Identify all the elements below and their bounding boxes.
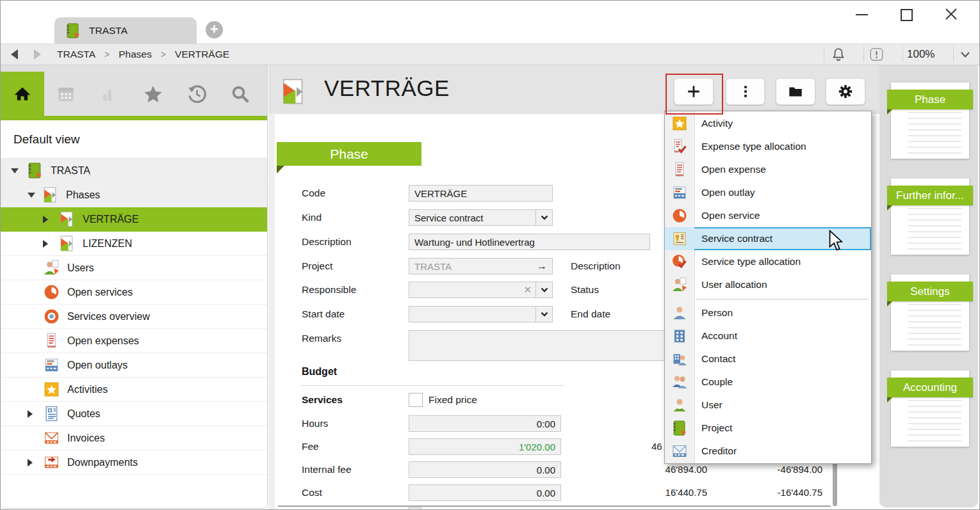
menu-item-project[interactable]: Project — [665, 417, 871, 440]
zoom-level[interactable]: 100% — [907, 48, 942, 61]
chevron-collapsed-icon[interactable] — [43, 240, 52, 248]
start-date-dropdown-button[interactable] — [535, 307, 552, 322]
budget-fee-field[interactable]: 1'020.00 — [409, 438, 561, 455]
tree-item-lizenzen[interactable]: LIZENZEN — [1, 232, 267, 256]
kind-dropdown-button[interactable] — [535, 210, 552, 225]
open-folder-button[interactable] — [776, 78, 815, 105]
menu-item-open-service[interactable]: Open service — [665, 204, 871, 227]
kind-value: Service contract — [414, 212, 484, 223]
preview-card-further-infor[interactable]: Further infor... — [879, 179, 978, 255]
tree-item-invoices[interactable]: Invoices — [1, 426, 267, 450]
nav-tab-history[interactable] — [175, 72, 218, 116]
receipt-icon — [671, 161, 688, 178]
fixed-price-checkbox[interactable] — [409, 393, 423, 407]
user-icon — [671, 397, 688, 413]
maximize-button[interactable] — [901, 9, 913, 21]
bell-icon[interactable] — [831, 47, 846, 62]
tree-item-open-expenses[interactable]: Open expenses — [1, 329, 267, 353]
tree-item-activities[interactable]: Activities — [1, 378, 267, 402]
menu-item-activity[interactable]: Activity — [665, 112, 871, 135]
budget-actual-value: 16'440.75 — [611, 487, 707, 498]
menu-item-person[interactable]: Person — [665, 301, 871, 324]
search-icon — [230, 84, 250, 104]
preview-card-settings[interactable]: Settings — [879, 275, 978, 351]
description-field[interactable]: Wartung- und Hotlinevertrag — [409, 234, 650, 250]
code-field[interactable]: VERTRÄGE — [409, 185, 553, 202]
tree-item-quotes[interactable]: Quotes — [1, 402, 267, 426]
menu-item-service-type-allocation[interactable]: Service type allocation — [665, 250, 871, 273]
chevron-collapsed-icon[interactable] — [28, 410, 37, 418]
tree-item-open-services[interactable]: Open services — [1, 280, 267, 305]
navigate-arrow-icon[interactable]: → — [537, 260, 547, 272]
remarks-field[interactable] — [409, 330, 667, 361]
end-date-label: End date — [571, 308, 610, 320]
person-icon — [671, 305, 688, 321]
responsible-dropdown-button[interactable] — [535, 282, 552, 298]
preview-card-fold — [887, 205, 892, 211]
chevron-collapsed-icon[interactable] — [43, 216, 52, 223]
tree-item-services-overview[interactable]: Services overview — [1, 305, 267, 329]
new-tab-button[interactable]: + — [206, 21, 223, 38]
menu-item-user-allocation[interactable]: User allocation — [665, 273, 871, 296]
nav-tab-home[interactable] — [1, 72, 44, 116]
budget-row-label: Fee — [302, 441, 319, 452]
clear-icon[interactable]: ✕ — [523, 284, 535, 296]
menu-item-label: Service type allocation — [701, 256, 801, 267]
minimize-button[interactable] — [856, 14, 868, 15]
start-date-field[interactable] — [409, 306, 553, 323]
view-heading: Default view — [1, 120, 267, 159]
breadcrumb-item-verträge[interactable]: VERTRÄGE — [175, 49, 229, 60]
tree-item-trasta[interactable]: TRASTA — [1, 159, 267, 183]
tree-item-phases[interactable]: Phases — [1, 183, 267, 207]
menu-item-couple[interactable]: Couple — [665, 371, 871, 394]
new-item-context-menu: ActivityExpense type allocationOpen expe… — [664, 111, 872, 464]
section-tab-phase[interactable]: Phase — [277, 142, 421, 166]
nav-tab-bar-chart[interactable] — [88, 72, 131, 116]
preview-card-phase[interactable]: Phase — [879, 83, 978, 159]
chevron-collapsed-icon[interactable] — [28, 459, 37, 466]
chevron-down-icon — [541, 215, 548, 220]
budget-row-value: 1'020.00 — [519, 442, 555, 452]
document-tab[interactable]: TRASTA — [54, 17, 197, 44]
forward-icon[interactable] — [34, 49, 41, 60]
tree-item-users[interactable]: Users — [1, 256, 267, 280]
alert-icon[interactable] — [869, 47, 885, 62]
menu-item-account[interactable]: Account — [665, 324, 871, 347]
menu-item-creditor[interactable]: Creditor — [665, 440, 871, 463]
chevron-down-icon[interactable] — [960, 51, 970, 58]
chevron-expanded-icon[interactable] — [28, 193, 35, 202]
menu-item-contact[interactable]: Contact — [665, 347, 871, 371]
close-button[interactable] — [945, 8, 958, 20]
tree-item-downpayments[interactable]: Downpayments — [1, 450, 267, 475]
chevron-expanded-icon[interactable] — [11, 168, 19, 177]
back-icon[interactable] — [11, 49, 18, 60]
breadcrumb-item-phases[interactable]: Phases — [118, 49, 152, 60]
menu-item-open-expense[interactable]: Open expense — [665, 158, 871, 181]
budget-cost-field[interactable]: 0.00 — [409, 484, 561, 501]
divider — [824, 46, 824, 62]
more-options-button[interactable] — [726, 78, 765, 105]
start-date-label: Start date — [302, 308, 345, 320]
preview-card-label: Further infor... — [887, 186, 973, 205]
preview-card-fold — [887, 301, 892, 307]
kind-select[interactable]: Service contract — [409, 209, 553, 226]
budget-internal-fee-field[interactable]: 0.00 — [409, 461, 561, 478]
next-section-checkbox[interactable] — [409, 507, 421, 510]
menu-item-open-outlay[interactable]: Open outlay — [665, 181, 871, 204]
tree-item-open-outlays[interactable]: Open outlays — [1, 353, 267, 378]
contract-icon — [671, 230, 688, 247]
nav-tab-search[interactable] — [218, 72, 262, 116]
project-field[interactable]: TRASTA → — [409, 258, 553, 275]
preview-card-label: Settings — [887, 282, 973, 301]
tree-item-verträge[interactable]: VERTRÄGE — [1, 207, 267, 232]
kebab-icon — [738, 84, 753, 99]
budget-hours-field[interactable]: 0:00 — [409, 415, 561, 432]
responsible-select[interactable]: ✕ — [409, 282, 553, 298]
nav-tab-calendar[interactable] — [44, 72, 88, 116]
menu-item-user[interactable]: User — [665, 394, 871, 417]
menu-item-expense-type-allocation[interactable]: Expense type allocation — [665, 135, 871, 158]
breadcrumb-item-trasta[interactable]: TRASTA — [57, 49, 95, 60]
settings-button[interactable] — [826, 78, 865, 105]
preview-card-accounting[interactable]: Accounting — [879, 371, 978, 447]
nav-tab-star[interactable] — [131, 72, 175, 116]
